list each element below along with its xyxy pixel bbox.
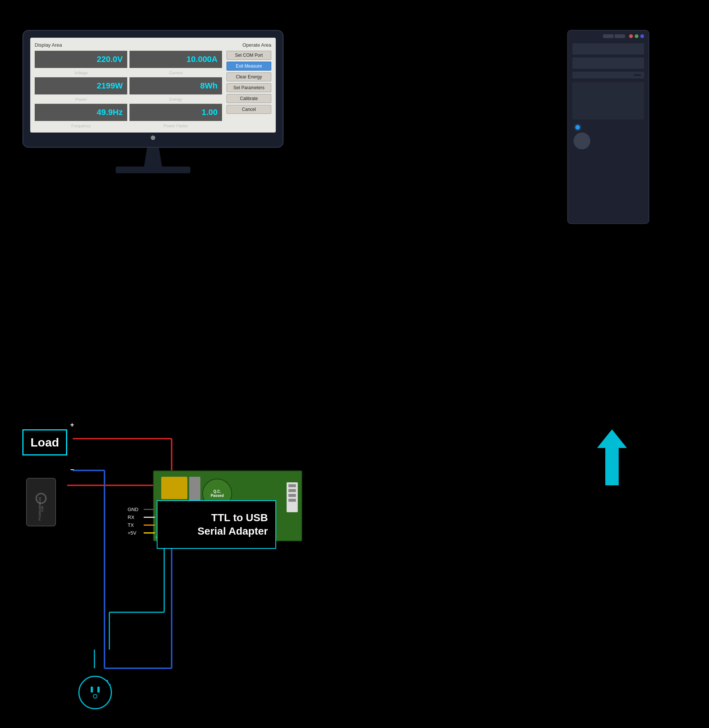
power-cell: 2199W (35, 77, 127, 94)
ttl-pin-gnd: GND (128, 507, 155, 512)
rx-wire (144, 517, 155, 518)
ttl-title: TTL to USB Serial Adapter (165, 511, 268, 538)
usb-arrow-container (597, 429, 627, 485)
energy-cell: 8Wh (129, 77, 222, 94)
power-value: 2199W (39, 81, 123, 91)
metrics-grid: 220.0V 10.000A (35, 51, 222, 68)
energy-label: Energy (129, 97, 222, 102)
set-parameters-button[interactable]: Set Parameters (227, 83, 271, 92)
pc-drive-bay-small (572, 72, 644, 78)
pc-dot-green (635, 34, 638, 38)
arrow-shaft (605, 448, 619, 485)
pc-drive-notch (634, 74, 641, 76)
plus-label: + (70, 421, 74, 429)
ttl-pin-gnd-label: GND (128, 507, 141, 512)
load-box: Load (22, 429, 67, 455)
ttl-pin-5v-label: +5V (128, 530, 141, 536)
arrow-head-icon (597, 429, 627, 448)
pc-panel (572, 82, 644, 119)
pcb-pin-2 (288, 489, 296, 492)
pc-power-led (575, 125, 580, 130)
tx-wire (144, 525, 155, 526)
ttl-pin-tx-label: TX (128, 522, 141, 528)
pc-btn-rect-2 (615, 34, 625, 38)
display-section: 220.0V 10.000A Voltage Current 2199W (35, 51, 222, 128)
current-value: 10.000A (134, 55, 218, 64)
ttl-pin-5v: +5V (128, 530, 155, 536)
ttl-pin-rx: RX (128, 514, 155, 520)
monitor-bezel-bottom (30, 133, 276, 140)
row3-labels: Frequency Power Factor (35, 122, 222, 128)
ttl-title-line2: Serial Adapter (197, 525, 268, 537)
power-outlet (78, 676, 112, 709)
operate-area: Set COM Port Exit Measure Clear Energy S… (227, 51, 271, 128)
screen-content: 220.0V 10.000A Voltage Current 2199W (35, 51, 271, 128)
pc-dot-blue (640, 34, 644, 38)
pcb-terminal (189, 477, 200, 503)
row2-labels: Power Energy (35, 96, 222, 102)
row2-grid: 2199W 8Wh (35, 77, 222, 94)
5v-wire (144, 532, 155, 533)
ct-clamp: PT100A(100A/0.1A)0.5R (26, 478, 56, 526)
gnd-wire (144, 509, 155, 510)
outlet-slot-right (97, 687, 100, 693)
energy-value: 8Wh (134, 81, 218, 91)
pc-btn-rect-1 (603, 34, 613, 38)
current-cell: 10.000A (129, 51, 222, 68)
cancel-button[interactable]: Cancel (227, 105, 271, 114)
ttl-adapter-box: GND RX TX +5V TTL to USB Serial Adapter (157, 500, 276, 549)
pcb-pin-3 (288, 494, 296, 497)
power-label: Power (35, 97, 127, 102)
freq-value: 49.9Hz (39, 108, 123, 117)
row1-labels: Voltage Current (35, 69, 222, 75)
ttl-pins: GND RX TX +5V (128, 507, 155, 536)
pc-dot-red (629, 34, 633, 38)
voltage-value: 220.0V (39, 55, 123, 64)
pc-tower (567, 30, 649, 224)
screen-header: Display Area Operate Area (35, 42, 271, 48)
ct-text: PT100A(100A/0.1A)0.5R (38, 497, 44, 521)
pcb-connector (287, 482, 298, 512)
clear-energy-button[interactable]: Clear Energy (227, 72, 271, 81)
minus-label: − (70, 466, 74, 474)
current-label: Current (129, 71, 222, 75)
freq-label: Frequency (35, 124, 127, 128)
display-area-label: Display Area (35, 42, 62, 48)
outlet-slot-left (91, 687, 93, 693)
ttl-pin-rx-label: RX (128, 514, 141, 520)
ttl-pin-tx: TX (128, 522, 155, 528)
exit-measure-button[interactable]: Exit Measure (227, 62, 271, 71)
set-com-port-button[interactable]: Set COM Port (227, 51, 271, 60)
freq-cell: 49.9Hz (35, 104, 127, 121)
pf-cell: 1.00 (129, 104, 222, 121)
pf-label: Power Factor (129, 124, 222, 128)
voltage-label: Voltage (35, 71, 127, 75)
monitor-screen-inner: Display Area Operate Area 220.0V 10.000A (30, 38, 276, 133)
row3-grid: 49.9Hz 1.00 (35, 104, 222, 121)
pc-btn-group (603, 34, 625, 38)
voltage-cell: 220.0V (35, 51, 127, 68)
pcb-qc-text-1: Q.C. (213, 489, 221, 494)
pc-power-button[interactable] (574, 133, 590, 149)
pcb-qc-text-2: Passed (210, 494, 224, 498)
calibrate-button[interactable]: Calibrate (227, 94, 271, 103)
load-text: Load (31, 436, 59, 449)
wiring-diagram: Load + − PT100A(100A/0.1A)0.5R Q.C. Pass… (15, 381, 313, 717)
monitor: Display Area Operate Area 220.0V 10.000A (22, 30, 284, 173)
pc-top-buttons (568, 31, 649, 40)
outlet-ground (93, 694, 97, 699)
pf-value: 1.00 (134, 108, 218, 117)
pcb-pin-1 (288, 484, 296, 487)
pc-color-dots (629, 34, 644, 38)
pc-drive-bay-2 (572, 57, 644, 69)
monitor-dot (151, 136, 155, 140)
monitor-base (116, 167, 190, 173)
operate-area-label: Operate Area (243, 42, 271, 48)
monitor-screen-outer: Display Area Operate Area 220.0V 10.000A (22, 30, 284, 148)
ttl-title-line1: TTL to USB (211, 512, 268, 523)
pcb-pin-4 (288, 499, 296, 502)
pcb-relay (161, 477, 187, 499)
monitor-stand (138, 148, 168, 167)
pc-drive-bay-1 (572, 43, 644, 55)
outlet-slots (91, 687, 100, 693)
